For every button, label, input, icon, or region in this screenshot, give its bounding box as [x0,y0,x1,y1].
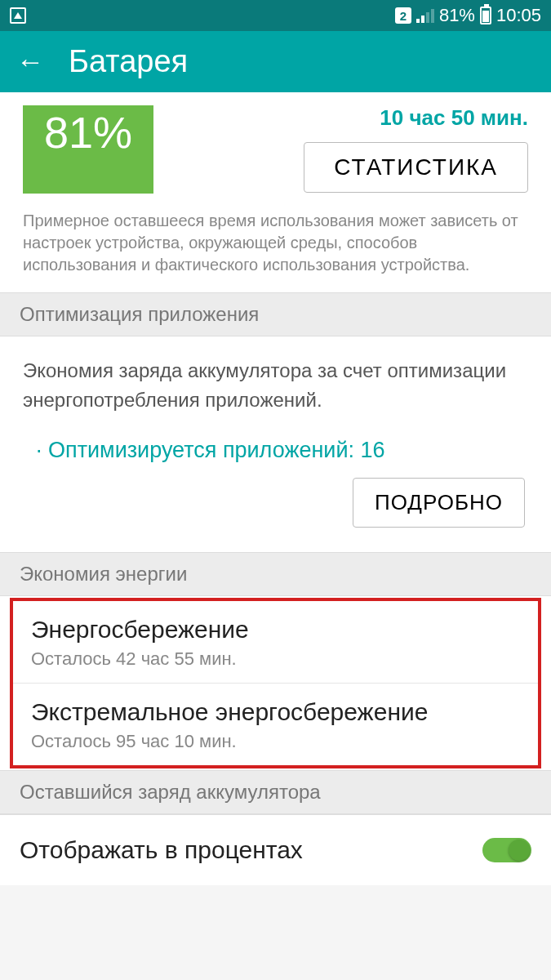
app-header: ← Батарея [0,31,551,92]
back-icon[interactable]: ← [16,46,44,78]
power-saving-item[interactable]: Энергосбережение Осталось 42 час 55 мин. [13,601,538,684]
toggle-label: Отображать в процентах [20,836,303,864]
optimization-body[interactable]: Экономия заряда аккумулятора за счет опт… [0,336,551,552]
item-subtitle: Осталось 42 час 55 мин. [31,648,520,670]
section-remaining-charge-header: Оставшийся заряд аккумулятора [0,770,551,814]
item-subtitle: Осталось 95 час 10 мин. [31,731,520,752]
battery-percent-box: 81% [23,105,153,194]
statistics-button[interactable]: СТАТИСТИКА [304,142,528,193]
show-percent-row[interactable]: Отображать в процентах [0,814,551,885]
screenshot-icon [10,7,26,24]
status-bar: 2 81% 10:05 [0,0,551,31]
battery-icon [480,7,491,24]
clock: 10:05 [496,5,541,26]
usage-note: Примерное оставшееся время использования… [0,202,551,292]
highlighted-options: Энергосбережение Осталось 42 час 55 мин.… [10,598,541,768]
page-title: Батарея [69,44,188,79]
item-title: Экстремальное энергосбережение [31,698,520,726]
optimization-description: Экономия заряда аккумулятора за счет опт… [23,356,528,415]
sim-badge: 2 [395,7,411,24]
signal-icon [416,8,434,23]
toggle-switch[interactable] [482,838,531,862]
extreme-power-saving-item[interactable]: Экстремальное энергосбережение Осталось … [13,684,538,765]
battery-overview: 81% 10 час 50 мин. СТАТИСТИКА [0,92,551,202]
remaining-time: 10 час 50 мин. [380,105,528,131]
battery-percent: 81% [439,5,475,26]
optimization-count: · Оптимизируется приложений: 16 [36,438,528,463]
item-title: Энергосбережение [31,616,520,644]
section-power-saving-header: Экономия энергии [0,552,551,596]
detail-button[interactable]: ПОДРОБНО [353,478,525,528]
section-optimization-header: Оптимизация приложения [0,292,551,336]
